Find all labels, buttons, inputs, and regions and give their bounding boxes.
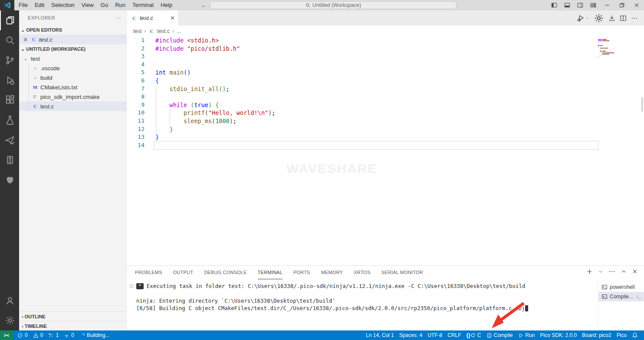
- menu-edit[interactable]: Edit: [31, 0, 48, 10]
- activity-raspberry-pi[interactable]: [0, 170, 19, 190]
- status-cmake-tasks[interactable]: 1: [46, 330, 61, 340]
- timeline-section[interactable]: › TIMELINE: [19, 321, 126, 330]
- vscode-logo: [0, 0, 14, 10]
- terminal-line: [6/58] Building C object CMakeFiles/test…: [127, 304, 597, 312]
- layout-sidebar-left-button[interactable]: [548, 0, 561, 10]
- panel-more-button[interactable]: [608, 268, 615, 275]
- status-notifications[interactable]: [629, 330, 641, 340]
- menu-selection[interactable]: Selection: [48, 0, 78, 10]
- flash-button[interactable]: [608, 15, 615, 22]
- panel-close-button[interactable]: [632, 268, 638, 275]
- tree-item-test[interactable]: ⌄test: [19, 54, 126, 63]
- menu-view[interactable]: View: [78, 0, 97, 10]
- code-line-6: 6{: [127, 77, 644, 85]
- explorer-title: EXPLORER: [28, 15, 55, 20]
- tree-item-pico-sdk-import-cmake[interactable]: pico_sdk_import.cmake: [19, 92, 126, 101]
- tree-item-build[interactable]: ›build: [19, 73, 126, 82]
- chevron-right-icon: ›: [144, 28, 146, 34]
- spinner-icon: [79, 333, 85, 338]
- editor-group: C test.c ✕ test › C test.c › ... 1#inclu…: [127, 10, 644, 330]
- activity-source-control[interactable]: [0, 50, 19, 70]
- tab-test-c[interactable]: C test.c ✕: [127, 10, 179, 26]
- explorer-more-icon[interactable]: ⋯: [116, 15, 121, 21]
- activity-extensions[interactable]: [0, 90, 19, 110]
- activity-explorer[interactable]: [0, 10, 19, 30]
- remote-indicator[interactable]: ><: [0, 330, 13, 340]
- menu-terminal[interactable]: Terminal: [129, 0, 157, 10]
- terminal-tab-compile-[interactable]: Compile...: [598, 292, 644, 301]
- status-ports[interactable]: 0: [61, 330, 77, 340]
- activity-manage[interactable]: [0, 311, 19, 330]
- menu-run[interactable]: Run: [112, 0, 129, 10]
- editor-scrollbar[interactable]: [641, 97, 643, 112]
- code-editor[interactable]: 1#include <stdio.h>2#include "pico/stdli…: [127, 36, 644, 265]
- outline-section[interactable]: › OUTLINE: [19, 311, 126, 321]
- command-decoration-icon[interactable]: [130, 284, 133, 288]
- terminal-tab-powershell[interactable]: powershell: [598, 282, 644, 292]
- status-compile-button[interactable]: Compile: [484, 330, 516, 340]
- panel-tab-ports[interactable]: PORTS: [293, 266, 310, 279]
- status-pico[interactable]: Pico: [614, 330, 629, 340]
- gear-button[interactable]: [594, 13, 604, 23]
- menu-help[interactable]: Help: [157, 0, 176, 10]
- status-pico-sdk-version[interactable]: Pico SDK: 2.0.0: [538, 330, 580, 340]
- menu-file[interactable]: File: [15, 0, 31, 10]
- close-icon[interactable]: ✕: [23, 36, 29, 43]
- activity-pico-board[interactable]: [0, 150, 19, 170]
- tree-item-test-c[interactable]: Ctest.c: [19, 101, 126, 111]
- status-warnings[interactable]: 0: [30, 330, 46, 340]
- menu-go[interactable]: Go: [97, 0, 112, 10]
- task-badge: *: [136, 283, 144, 289]
- activity-accounts[interactable]: [0, 291, 19, 311]
- status-eol[interactable]: CRLF: [445, 330, 463, 340]
- close-button[interactable]: [629, 0, 644, 10]
- layout-panel-button[interactable]: [561, 0, 574, 10]
- status-run-button[interactable]: Run: [516, 330, 538, 340]
- explorer-sidebar: EXPLORER ⋯ ⌄ OPEN EDITORS ✕ C test.c ⌄ U…: [19, 10, 127, 330]
- workspace-section[interactable]: ⌄ UNTITLED (WORKSPACE): [19, 44, 126, 54]
- panel-chevron-down-button[interactable]: [598, 269, 603, 274]
- layout-grid-button[interactable]: [587, 0, 600, 10]
- open-editors-section[interactable]: ⌄ OPEN EDITORS: [19, 25, 126, 35]
- close-icon[interactable]: ✕: [170, 15, 175, 21]
- terminal-line: [127, 290, 597, 297]
- activity-run-and-debug[interactable]: [0, 70, 19, 90]
- terminal[interactable]: *Executing task in folder test: C:\Users…: [127, 282, 597, 330]
- panel-tab-memory[interactable]: MEMORY: [321, 266, 343, 279]
- status-board[interactable]: Board: pico2: [579, 330, 614, 340]
- minimap[interactable]: [598, 39, 613, 59]
- tree-item-cmakelists-txt[interactable]: MCMakeLists.txt: [19, 82, 126, 92]
- status-cursor-position[interactable]: Ln 14, Col 1: [363, 330, 397, 340]
- panel-tab-terminal[interactable]: TERMINAL: [258, 266, 283, 279]
- activity-search[interactable]: [0, 30, 19, 50]
- split-editor-button[interactable]: [620, 15, 627, 22]
- status-building-status[interactable]: Building...: [77, 330, 112, 340]
- activity-pico-project-wizard[interactable]: [0, 130, 19, 150]
- tree-item--vscode[interactable]: ›.vscode: [19, 63, 126, 73]
- activity-testing[interactable]: [0, 110, 19, 130]
- panel-tab-problems[interactable]: PROBLEMS: [135, 266, 162, 279]
- workspace-title: Untitled (Workspace): [312, 2, 361, 8]
- layout-sidebar-right-button[interactable]: [574, 0, 587, 10]
- panel-tab-debug-console[interactable]: DEBUG CONSOLE: [204, 266, 247, 279]
- status-indentation[interactable]: Spaces: 4: [397, 330, 425, 340]
- panel-tab-xrtos[interactable]: XRTOS: [354, 266, 371, 279]
- status-language-mode[interactable]: {}C: [464, 330, 484, 340]
- status-errors[interactable]: 0: [15, 330, 30, 340]
- open-editor-item-test-c[interactable]: ✕ C test.c: [19, 35, 126, 44]
- activity-bar: [0, 10, 19, 330]
- minimize-button[interactable]: [600, 0, 614, 10]
- restore-button[interactable]: [614, 0, 629, 10]
- code-line-3: 3: [127, 52, 644, 61]
- breadcrumb[interactable]: test › C test.c › ...: [127, 26, 644, 36]
- panel-plus-button[interactable]: [586, 268, 593, 275]
- tab-label: test.c: [140, 15, 153, 21]
- command-center-search[interactable]: Untitled (Workspace): [210, 1, 457, 9]
- panel-chevron-up-button[interactable]: [621, 268, 627, 275]
- nav-back-icon[interactable]: ←: [201, 2, 207, 9]
- panel-tab-output[interactable]: OUTPUT: [173, 266, 193, 279]
- run-dropdown-button[interactable]: [577, 14, 589, 22]
- more-button[interactable]: [631, 15, 638, 22]
- panel-tab-serial-monitor[interactable]: SERIAL MONITOR: [381, 266, 423, 279]
- status-encoding[interactable]: UTF-8: [425, 330, 445, 340]
